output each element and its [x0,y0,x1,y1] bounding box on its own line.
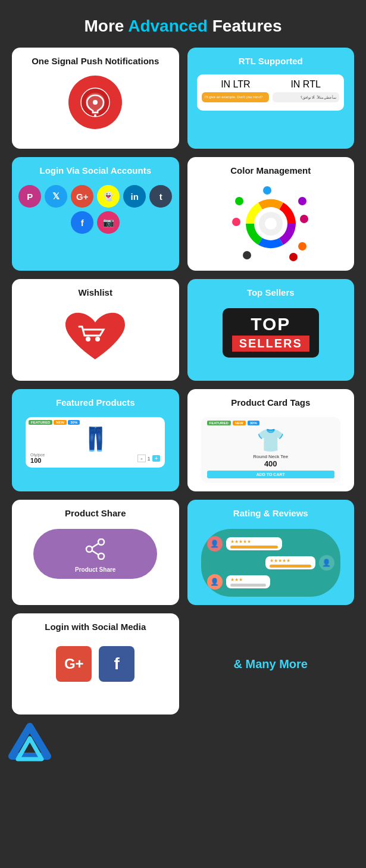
card-rating-reviews: Rating & Reviews 👤 ★★★★★ ★★★★★ 👤 👤 ★ [187,500,355,605]
featured-tags: FEATURED NEW 30% [29,420,80,425]
svg-rect-2 [94,114,96,117]
linkedin-icon: in [123,185,146,208]
rtl-preview: IN LTR IN RTL I'll give an example. Don'… [197,74,344,111]
tag-new: NEW [54,420,67,425]
rating-reviews-title: Rating & Reviews [233,508,308,518]
dot-red [289,253,298,261]
review-bubble-3: ★★★ [226,575,270,588]
pct-add-to-cart[interactable]: ADD TO CART [207,471,334,478]
svg-point-11 [98,553,104,559]
card-many-more: & Many More [187,613,355,715]
card-login-social: Login with Social Media G+ f [12,613,179,715]
pct-item-icon: 👕 [207,429,334,452]
wishlist-title: Wishlist [79,287,112,297]
svg-point-8 [86,337,90,341]
card-product-tags: Product Card Tags FEATURED NEW 30% 👕 Rou… [187,389,355,491]
social-login-icons: G+ f [56,646,134,682]
product-card-tag-preview: FEATURED NEW 30% 👕 Round Neck Tee 400 AD… [201,417,340,483]
review-row-2: ★★★★★ 👤 [207,555,334,571]
facebook-icon: f [71,211,93,234]
heart-svg [60,307,131,366]
page-header: More Advanced Features [0,0,366,48]
dot-red-pink [232,218,240,226]
top-sellers-bottom: SELLERS [232,336,309,352]
features-grid: One Signal Push Notifications RTL Suppor… [0,48,366,726]
svg-point-1 [93,100,98,105]
bar-2 [270,565,311,568]
snapchat-icon: 👻 [97,185,120,208]
stars-2: ★★★★★ [270,558,311,563]
pct-item-name: Round Neck Tee [207,454,334,459]
rtl-title: RTL Supported [239,56,303,66]
card-wishlist: Wishlist [12,279,179,381]
svg-point-12 [86,546,92,552]
stepper-value: 1 [148,456,151,462]
tag-featured: FEATURED [29,420,52,425]
featured-mini-card: FEATURED NEW 30% 👖 Oty/pce 100 - 1 + [26,417,165,468]
reviewer-avatar-1: 👤 [207,536,223,551]
dot-purple [298,197,306,205]
bar-3 [230,584,266,587]
review-row-3: 👤 ★★★ [207,574,334,590]
stars-3: ★★★ [230,577,266,582]
review-bubble-2: ★★★★★ [265,556,315,569]
featured-title: Featured Products [56,397,135,408]
stepper-plus[interactable]: + [152,455,161,462]
wishlist-icon [60,307,131,372]
pinterest-icon: P [18,185,41,208]
pct-tag-new: NEW [233,421,246,425]
stars-1: ★★★★★ [230,539,278,544]
featured-stepper[interactable]: - 1 + [137,455,160,462]
reviewer-avatar-3: 👤 [207,574,223,590]
dot-pink [300,215,308,223]
product-share-label: Product Share [75,566,115,573]
card-product-share: Product Share Product Share [12,500,179,605]
social-login-title: Login Via Social Accounts [39,165,151,176]
instagram-icon: 📷 [97,211,120,234]
color-wheel [232,185,309,262]
tag-sale: 30% [68,420,80,425]
many-more-text: & Many More [234,657,308,671]
card-social-login: Login Via Social Accounts P 𝕏 G+ 👻 in t … [12,157,179,271]
pct-tag-featured: FEATURED [207,421,231,425]
review-bubble-1: ★★★★★ [226,537,282,550]
rtl-ltr-label: IN LTR [202,79,270,90]
card-featured: Featured Products FEATURED NEW 30% 👖 Oty… [12,389,179,491]
card-color-mgmt: Color Management [187,157,355,271]
rtl-rtl-label: IN RTL [272,79,340,90]
one-signal-icon [68,76,122,129]
bottom-decoration [0,726,366,762]
fb-label: f [114,654,120,673]
google-login-button[interactable]: G+ [56,646,92,682]
pct-item-price: 400 [207,459,334,468]
top-sellers-title: Top Sellers [247,287,295,297]
review-row-1: 👤 ★★★★★ [207,536,334,551]
svg-line-14 [92,551,99,555]
card-tags-title: Product Card Tags [231,397,310,408]
googleplus-icon: G+ [71,185,93,208]
header-prefix: More [85,17,129,35]
rtl-ltr-box: I'll give an example. Don't you mind? [202,92,269,102]
top-sellers-top: TOP [251,314,290,334]
pct-tags: FEATURED NEW 30% [207,421,334,425]
twitter-icon: 𝕏 [45,185,67,208]
pct-tag-sale: 30% [248,421,259,425]
featured-item-icon: 👖 [30,428,160,450]
rtl-rtl-box: سأعطي مثالاً. ألا توافق؟ [273,92,340,102]
card-top-sellers: Top Sellers TOP SELLERS [187,279,355,381]
dot-blue [263,186,271,195]
featured-price: 100 [30,457,45,464]
facebook-login-button[interactable]: f [99,646,134,682]
social-icons-container: P 𝕏 G+ 👻 in t f 📷 [18,185,173,234]
reviewer-avatar-2: 👤 [319,555,334,571]
dot-green [235,197,243,205]
svg-point-10 [98,539,104,545]
product-share-oval: Product Share [33,529,157,579]
top-sellers-badge: TOP SELLERS [223,308,319,358]
rating-reviews-oval: 👤 ★★★★★ ★★★★★ 👤 👤 ★★★ [201,529,340,597]
one-signal-title: One Signal Push Notifications [32,56,159,66]
stepper-minus[interactable]: - [137,455,145,462]
product-share-title: Product Share [65,508,126,518]
color-mgmt-title: Color Management [230,165,311,176]
dot-orange [298,242,306,250]
